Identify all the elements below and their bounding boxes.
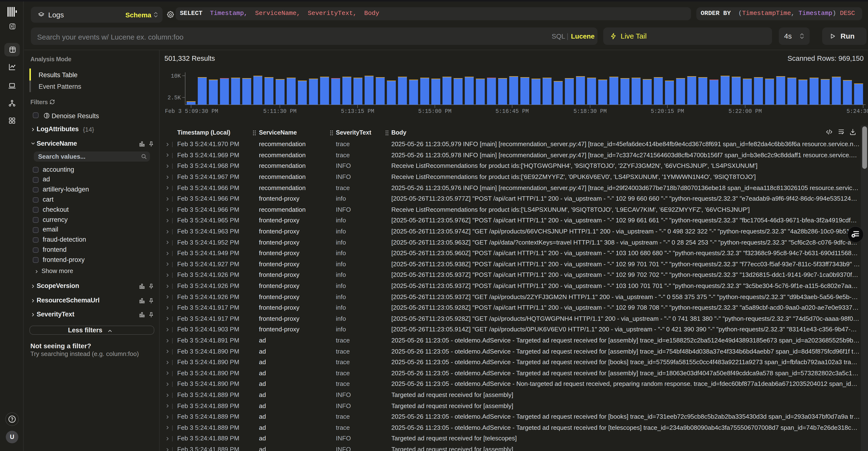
svg-text:2.5K: 2.5K: [167, 95, 181, 101]
svg-text:5:20:15 PM: 5:20:15 PM: [651, 108, 684, 115]
svg-text:5:18:30 PM: 5:18:30 PM: [574, 108, 607, 115]
svg-text:5:11:30 PM: 5:11:30 PM: [263, 108, 297, 115]
svg-text:5:22:00 PM: 5:22:00 PM: [728, 108, 762, 115]
svg-text:5:24:30 PM: 5:24:30 PM: [846, 108, 868, 115]
svg-text:5:15:00 PM: 5:15:00 PM: [418, 108, 452, 115]
svg-text:10K: 10K: [171, 73, 181, 79]
svg-text:5:13:15 PM: 5:13:15 PM: [341, 108, 374, 115]
svg-text:5:16:45 PM: 5:16:45 PM: [495, 108, 529, 115]
svg-text:Feb 3 5:09:30 PM: Feb 3 5:09:30 PM: [165, 108, 218, 115]
